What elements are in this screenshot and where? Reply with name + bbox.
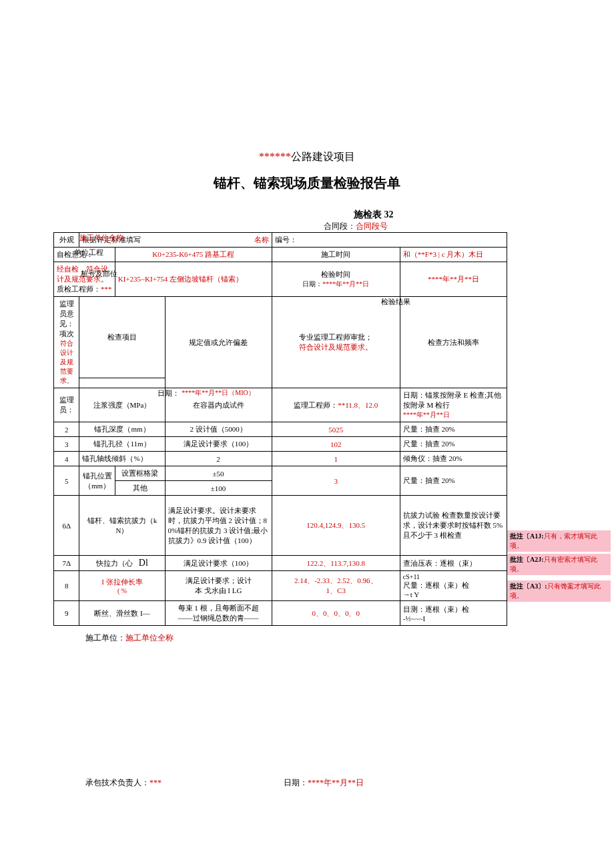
cell-result-6: 120.4,124.9、130.5: [272, 496, 400, 556]
cell-result-1: 监理工程师：**11.8、12.0: [272, 388, 400, 422]
date-value: ****年**月**日: [308, 778, 364, 787]
spec8a: 满足设计要求；设计: [168, 576, 269, 586]
table-row: 9 断丝、滑丝数 I— 每束 1 根，且每断面不超 ——过钢绳总数的青—— 0、…: [54, 601, 507, 626]
header-row-0: 外观 根据评定标准填写 施工单位全称 名称 编号：: [54, 233, 507, 248]
table-row: 5 锚孔位置（mm） 设置框格梁 ±50 3 尺量：抽查 20%: [54, 466, 507, 481]
check-date-label: 日期：: [302, 280, 322, 288]
cell-self-opinion: 自检意见： 单位工程: [54, 248, 115, 262]
cell-result-9: 0、0、0、0、0: [272, 601, 400, 626]
cell-number: 编号：: [272, 233, 507, 248]
table-row: 监理员： 注浆强度（MPa） 日期： 在容器内成试件 ****年**月**日（M…: [54, 388, 507, 422]
cell-qc-engineer: 经自检，符合设计及规范要求。 质检工程师：*** 桩号及部位: [54, 262, 115, 297]
date-label: 日期：: [284, 778, 308, 787]
signature-line: 承包技术负责人：*** 日期：****年**月**日: [85, 777, 614, 789]
annot-a2-tag: 批注〔A2J:: [510, 556, 544, 563]
table-row: 2 锚孔深度（mm） 2 设计值（5000） 5025 尺量：抽查 20%: [54, 422, 507, 437]
annotation-a3: 批注〔A3〕:只有馋案才填写此项。: [507, 580, 611, 602]
column-header-row: 监理员意见： 项次 符合设计及规范要求。 检查项目 规定值或允许偏差 专业监理工…: [54, 297, 507, 378]
check-time-label: 检验时间: [321, 270, 350, 278]
cell-no-9: 9: [54, 601, 79, 626]
project-title: ******公路建设项目: [0, 150, 614, 164]
cell-spec-5b: ±100: [165, 481, 272, 496]
qc-eng-val: ***: [101, 285, 112, 293]
construct-time-label: 施工时间: [272, 248, 400, 262]
cell-appearance: 外观: [54, 233, 79, 248]
name-label: 名称: [254, 235, 269, 245]
r1-result-pre: 监理工程师：: [294, 401, 338, 409]
spec9b: ——过钢绳总数的青——: [168, 613, 269, 623]
cell-method-5: 尺量：抽查 20%: [400, 466, 507, 496]
item8-extra: ( %: [82, 587, 162, 594]
cell-spec-7: 满足设计要求（100）: [165, 556, 272, 571]
r1-method-pre: 日期：: [403, 391, 425, 399]
check-date-val: ****年**月**日: [322, 280, 369, 288]
cell-spec-5a: ±50: [165, 466, 272, 481]
method9b: -½~~~I: [403, 614, 504, 622]
construct-label: 施工单位：: [85, 633, 125, 642]
cell-no-7: 7Δ: [54, 556, 79, 571]
num-label: 编号：: [275, 236, 297, 244]
cell-item-5: 锚孔位置（mm）: [79, 466, 115, 496]
r1-method-over: ****年**月**日: [403, 410, 504, 420]
contract-line: 合同段：合同段号: [324, 221, 614, 232]
col-result-c: 检验结果: [332, 297, 460, 307]
annot-a1-tag: 批注〔A1J:: [510, 532, 544, 540]
cell-item-9: 断丝、滑丝数 I—: [79, 601, 165, 626]
table-row: 7Δ 快拉力（心 Dl 满足设计要求（100） 122.2、113.7,130.…: [54, 556, 507, 571]
cell-no-1: 监理员：: [54, 388, 79, 422]
contract-label: 合同段：: [324, 222, 356, 231]
project-suffix: 公路建设项目: [291, 151, 355, 162]
col-spec: 规定值或允许偏差: [165, 297, 272, 388]
table-row: 3 锚孔孔径（11m） 满足设计要求（100） 102 尺量：抽查 20%: [54, 437, 507, 452]
cell-spec-8: 满足设计要求；设计 本 戈水由 I LG: [165, 571, 272, 601]
unit-name-b: 施工单位全称: [79, 233, 271, 243]
cell-item-3: 锚孔孔径（11m）: [79, 437, 165, 452]
cell-item-2: 锚孔深度（mm）: [79, 422, 165, 437]
stake-value: KI+235~KI+754 左侧边坡锚杆（锚索）: [115, 262, 272, 297]
construct-value: 施工单位全称: [125, 633, 174, 642]
sign-value: ***: [149, 778, 162, 787]
construction-unit-line: 施工单位：施工单位全称: [85, 632, 614, 644]
col-item-spacer: [79, 378, 165, 388]
unit-value: K0+235-K6+475 路基工程: [115, 248, 272, 262]
cell-method-6: 抗拔力试验 检查数量按设计要求，设计未要求时按锚杆数 5%且不少于 3 根检查: [400, 496, 507, 556]
col-no-a: 监理员意见：: [57, 299, 76, 329]
check-date-right: ****年**月**日: [400, 262, 507, 297]
result8b: 1、C3: [275, 586, 397, 596]
col-result-b: 符合设计及规范要求。: [275, 342, 397, 352]
cell-no-8: 8: [54, 571, 79, 601]
r1-no-over: 监理员：: [59, 396, 74, 414]
col-no-b: 项次: [57, 329, 76, 339]
method8b: →t Y: [403, 590, 504, 598]
form-number: 施检表 32: [354, 209, 614, 221]
stake-label: 桩号及部位: [81, 269, 141, 279]
col-result: 专业监理工程师审批； 符合设计及规范要求。 检验结果: [272, 297, 400, 388]
item7-extra: Dl: [139, 558, 148, 568]
project-prefix: ******: [259, 151, 291, 162]
cell-result-5: 3: [272, 466, 400, 496]
header-row-2: 经自检，符合设计及规范要求。 质检工程师：*** 桩号及部位 KI+235~KI…: [54, 262, 507, 297]
cell-no-5: 5: [54, 466, 79, 496]
cell-sub-5b: 其他: [115, 481, 165, 496]
item7-text: 快拉力（心: [96, 559, 133, 567]
cell-method-8: cS+11 尺量：逐根（束）检 →t Y: [400, 571, 507, 601]
method9a: 目测：逐根（束）检: [403, 604, 504, 614]
col-method: 检查方法和频率: [400, 297, 507, 388]
annot-a3-tag: 批注〔A3〕:: [510, 582, 547, 590]
table-row: 8 I 张拉伸长率 ( % 满足设计要求；设计 本 戈水由 I LG 2.14、…: [54, 571, 507, 601]
spec2-text: 2 设计值（5000）: [190, 425, 246, 433]
cell-no-2: 2: [54, 422, 79, 437]
cell-unit-name: 根据评定标准填写 施工单位全称 名称: [79, 233, 272, 248]
cell-spec-3: 满足设计要求（100）: [165, 437, 272, 452]
cell-spec-4: 2: [165, 452, 272, 466]
inspection-table: 外观 根据评定标准填写 施工单位全称 名称 编号： 自检意见： 单位工程 K0+…: [53, 232, 507, 626]
cell-no-6: 6Δ: [54, 496, 79, 556]
cell-item-7: 快拉力（心 Dl: [79, 556, 165, 571]
cell-no-3: 3: [54, 437, 79, 452]
col-item: 检查项目: [79, 297, 165, 378]
cell-spec-2: 2 设计值（5000）: [165, 422, 272, 437]
spec9a: 每束 1 根，且每断面不超: [168, 603, 269, 613]
col-result-a: 专业监理工程师审批；: [275, 332, 397, 342]
annotation-a2: 批注〔A2J:只有密索才填写此项。: [507, 554, 611, 575]
cell-item-1: 注浆强度（MPa） 日期：: [79, 388, 165, 422]
